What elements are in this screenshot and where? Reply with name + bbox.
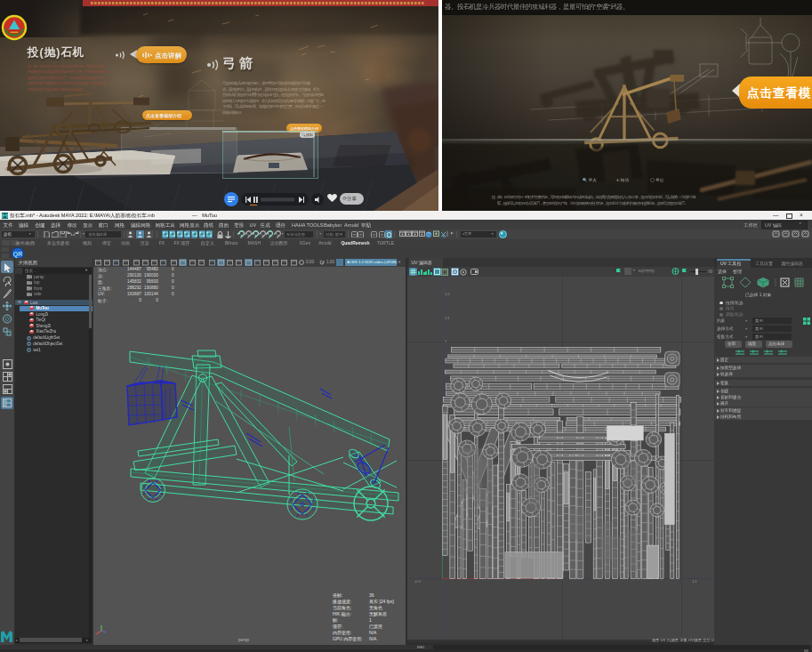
svg-text:QR: QR	[13, 250, 23, 257]
